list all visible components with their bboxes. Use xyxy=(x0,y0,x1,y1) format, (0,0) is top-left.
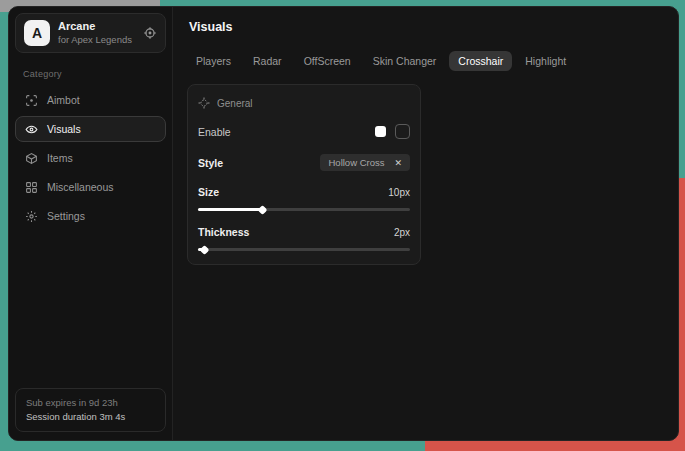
style-select[interactable]: Hollow Cross ✕ xyxy=(320,154,410,171)
page-title: Visuals xyxy=(189,20,664,34)
sidebar-item-label: Settings xyxy=(47,210,85,222)
enable-row: Enable xyxy=(198,124,410,139)
sidebar-item-items[interactable]: Items xyxy=(15,145,166,171)
general-settings-card: General Enable Style Hollow Cross ✕ Size… xyxy=(187,84,421,265)
sidebar-item-label: Aimbot xyxy=(47,94,80,106)
sidebar-item-aimbot[interactable]: Aimbot xyxy=(15,87,166,113)
settings-gear-icon xyxy=(25,210,38,223)
tab-players[interactable]: Players xyxy=(187,51,240,71)
sidebar-nav: Aimbot Visuals Items xyxy=(15,87,166,229)
enable-color-swatch[interactable] xyxy=(375,126,386,137)
main-content: Visuals Players Radar OffScreen Skin Cha… xyxy=(173,7,678,440)
style-row: Style Hollow Cross ✕ xyxy=(198,154,410,171)
sidebar-item-label: Miscellaneous xyxy=(47,181,114,193)
sidebar-item-visuals[interactable]: Visuals xyxy=(15,116,166,142)
aimbot-icon xyxy=(25,94,38,107)
size-row: Size 10px xyxy=(198,186,410,198)
style-remove-icon[interactable]: ✕ xyxy=(394,158,402,168)
tab-offscreen[interactable]: OffScreen xyxy=(295,51,360,71)
brand-card: A Arcane for Apex Legends xyxy=(15,13,166,53)
thickness-label: Thickness xyxy=(198,226,249,238)
tab-skin-changer[interactable]: Skin Changer xyxy=(364,51,446,71)
sidebar-item-miscellaneous[interactable]: Miscellaneous xyxy=(15,174,166,200)
tab-bar: Players Radar OffScreen Skin Changer Cro… xyxy=(187,51,664,71)
miscellaneous-icon xyxy=(25,181,38,194)
thickness-row: Thickness 2px xyxy=(198,226,410,238)
sidebar: A Arcane for Apex Legends Category xyxy=(9,7,173,440)
thickness-slider-thumb[interactable] xyxy=(200,245,210,255)
style-label: Style xyxy=(198,157,223,169)
subscription-info-box: Sub expires in 9d 23h Session duration 3… xyxy=(15,388,166,433)
size-value: 10px xyxy=(388,187,410,198)
cheat-menu-window: A Arcane for Apex Legends Category xyxy=(8,6,679,441)
app-subtitle: for Apex Legends xyxy=(58,34,135,46)
app-logo: A xyxy=(24,20,50,46)
crosshair-target-icon[interactable] xyxy=(143,26,157,40)
section-title: General xyxy=(217,98,253,109)
visuals-icon xyxy=(25,123,38,136)
sub-expires-text: Sub expires in 9d 23h xyxy=(26,396,155,410)
sidebar-item-label: Visuals xyxy=(47,123,81,135)
thickness-slider[interactable] xyxy=(198,248,410,251)
app-title: Arcane xyxy=(58,20,135,34)
size-label: Size xyxy=(198,186,219,198)
style-selected-value: Hollow Cross xyxy=(328,157,384,168)
tab-radar[interactable]: Radar xyxy=(244,51,291,71)
enable-label: Enable xyxy=(198,126,231,138)
enable-checkbox[interactable] xyxy=(395,124,410,139)
tab-crosshair[interactable]: Crosshair xyxy=(449,51,512,71)
sidebar-item-label: Items xyxy=(47,152,73,164)
session-duration-text: Session duration 3m 4s xyxy=(26,410,155,424)
category-label: Category xyxy=(23,69,166,79)
size-slider-thumb[interactable] xyxy=(257,205,267,215)
tab-highlight[interactable]: Highlight xyxy=(516,51,575,71)
size-slider[interactable] xyxy=(198,208,410,211)
general-crosshair-icon xyxy=(198,97,210,109)
items-icon xyxy=(25,152,38,165)
sidebar-item-settings[interactable]: Settings xyxy=(15,203,166,229)
thickness-value: 2px xyxy=(394,227,410,238)
